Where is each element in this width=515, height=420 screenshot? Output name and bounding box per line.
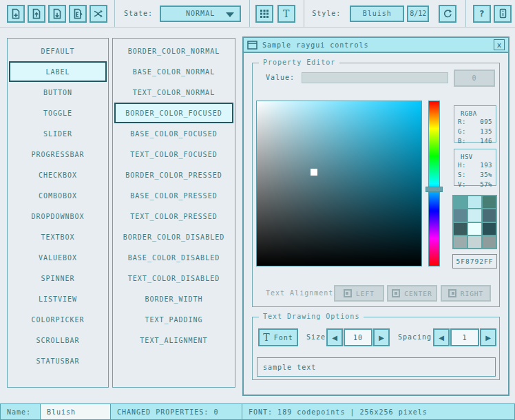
rgba-key: B: (458, 136, 466, 146)
palette-color-cell[interactable] (454, 209, 467, 221)
properties-list-item[interactable]: TEXT_COLOR_NORMAL (113, 82, 235, 103)
properties-list-item[interactable]: BORDER_COLOR_DISABLED (113, 227, 235, 247)
controls-list-item[interactable]: LISTVIEW (8, 288, 108, 309)
palette-color-cell[interactable] (454, 236, 467, 248)
controls-list-item[interactable]: CHECKBOX (8, 165, 108, 185)
align-left-button[interactable]: LEFT (334, 285, 384, 302)
properties-list-item[interactable]: BASE_COLOR_PRESSED (113, 185, 235, 206)
controls-list-item[interactable]: SLIDER (8, 123, 108, 144)
controls-list-item[interactable]: SCROLLBAR (8, 330, 108, 350)
size-increment-button[interactable]: ▶ (373, 328, 390, 346)
properties-list-item[interactable]: BASE_COLOR_NORMAL (113, 61, 235, 82)
properties-list-item[interactable]: BASE_COLOR_DISABLED (113, 247, 235, 268)
value-button[interactable]: 0 (454, 70, 495, 87)
hsv-title: HSV (458, 154, 476, 160)
style-name-value: Bluish (363, 10, 392, 17)
font-info-status: FONT: 189 codepoints | 256x256 pixels (242, 403, 515, 420)
align-center-button[interactable]: CENTER (387, 285, 437, 302)
properties-list-item[interactable]: TEXT_ALIGNMENT (113, 330, 235, 350)
palette-color-cell[interactable] (483, 223, 496, 235)
palette-color-cell[interactable] (483, 236, 496, 248)
controls-list-item[interactable]: COLORPICKER (8, 309, 108, 330)
new-style-button[interactable] (7, 5, 25, 23)
help-button[interactable]: ? (473, 5, 491, 23)
spacing-decrement-button[interactable]: ◀ (433, 328, 450, 346)
properties-list-item[interactable]: TEXT_COLOR_FOCUSED (113, 144, 235, 165)
toolbar-separator (465, 0, 466, 27)
export-style-button[interactable] (69, 5, 87, 23)
align-right-button[interactable]: RIGHT (441, 285, 491, 302)
properties-list-item[interactable]: TEXT_COLOR_DISABLED (113, 268, 235, 288)
palette-color-cell[interactable] (468, 223, 481, 235)
color-picker-cursor[interactable] (311, 169, 317, 176)
arrow-left-icon: ◀ (439, 334, 444, 342)
toolbar-separator (249, 0, 250, 27)
style-label: Style: (312, 10, 341, 17)
controls-list-item[interactable]: SPINNER (8, 268, 108, 288)
properties-list-item[interactable]: BORDER_COLOR_NORMAL (113, 41, 235, 61)
hue-bar[interactable] (428, 101, 440, 266)
window-close-button[interactable]: x (494, 39, 505, 50)
new-file-icon (10, 8, 21, 19)
sample-controls-window: Sample raygui controls x Property Editor… (242, 36, 509, 396)
controls-list-item[interactable]: DEFAULT (8, 41, 108, 61)
controls-list-item[interactable]: LABEL (9, 61, 107, 82)
style-name-button[interactable]: Bluish (350, 6, 404, 22)
state-label: State: (124, 10, 153, 17)
window-titlebar[interactable]: Sample raygui controls x (244, 38, 508, 53)
about-button[interactable] (494, 5, 512, 23)
palette-color-cell[interactable] (454, 196, 467, 208)
spacing-value-box[interactable]: 1 (450, 328, 479, 346)
spacing-label: Spacing: (398, 333, 437, 341)
arrow-left-icon: ◀ (332, 334, 337, 342)
properties-list-item[interactable]: BASE_COLOR_FOCUSED (113, 123, 235, 144)
style-name-input[interactable]: Bluish (40, 403, 111, 420)
hsv-group: HSV H: 193 S: 35% V: 57% (454, 149, 496, 186)
properties-list-item[interactable]: TEXT_COLOR_PRESSED (113, 206, 235, 227)
size-value-box[interactable]: 10 (344, 328, 372, 346)
value-slider[interactable] (302, 72, 448, 83)
palette-color-cell[interactable] (483, 196, 496, 208)
controls-list-item[interactable]: TOGGLE (8, 103, 108, 123)
spacing-increment-button[interactable]: ▶ (480, 328, 496, 346)
palette-color-cell[interactable] (468, 236, 481, 248)
controls-list-item[interactable]: TEXTBOX (8, 227, 108, 247)
controls-list-item[interactable]: BUTTON (8, 82, 108, 103)
properties-list-item[interactable]: BORDER_WIDTH (113, 288, 235, 309)
name-label: Name: (7, 408, 31, 416)
controls-list-item[interactable]: VALUEBOX (8, 247, 108, 268)
properties-list-item[interactable]: TEXT_PADDING (113, 309, 235, 330)
property-editor-group: Property Editor Value: 0 RGBA R: 095 G: (252, 63, 500, 307)
load-font-button[interactable]: T Font (258, 328, 298, 346)
controls-list-item[interactable]: PROGRESSBAR (8, 144, 108, 165)
hsv-row: S: 35% (458, 170, 492, 180)
sample-text-box[interactable]: sample text (257, 357, 496, 377)
hsv-value: 35% (480, 170, 492, 180)
open-style-button[interactable] (28, 5, 45, 23)
property-editor-title: Property Editor (259, 59, 339, 66)
state-dropdown[interactable]: NORMAL (160, 6, 241, 22)
save-style-button[interactable] (48, 5, 66, 23)
text-icon: T (263, 333, 270, 342)
hue-slider-handle[interactable] (425, 187, 443, 192)
size-decrement-button[interactable]: ◀ (326, 328, 343, 346)
font-info-text: FONT: 189 codepoints | 256x256 pixels (249, 408, 428, 416)
properties-list-item[interactable]: BORDER_COLOR_FOCUSED (114, 103, 233, 123)
color-picker-panel[interactable] (256, 101, 422, 266)
random-style-button[interactable] (90, 5, 107, 23)
style-index-button[interactable]: 8/12 (407, 6, 429, 22)
arrow-right-icon: ▶ (485, 334, 491, 342)
text-alignment-label: Text Alignment: (266, 289, 338, 297)
palette-color-cell[interactable] (454, 223, 467, 235)
controls-list-item[interactable]: STATUSBAR (8, 350, 108, 371)
properties-list-item[interactable]: BORDER_COLOR_PRESSED (113, 165, 235, 185)
palette-color-cell[interactable] (468, 209, 481, 221)
palette-color-cell[interactable] (468, 196, 481, 208)
font-preview-button[interactable]: T (277, 5, 295, 23)
reload-style-button[interactable] (439, 5, 456, 23)
palette-color-cell[interactable] (483, 209, 496, 221)
style-table-button[interactable] (255, 5, 273, 23)
controls-list-item[interactable]: DROPDOWNBOX (8, 206, 108, 227)
controls-list-item[interactable]: COMBOBOX (8, 185, 108, 206)
hex-value-box[interactable]: 5F8792FF (452, 254, 497, 269)
